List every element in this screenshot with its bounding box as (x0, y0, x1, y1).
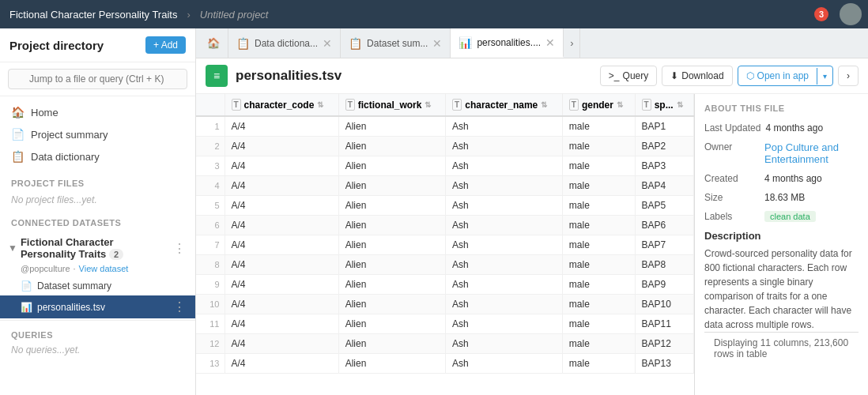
cell-character-name: Ash (446, 156, 563, 176)
cell-gender: male (562, 295, 635, 314)
nav-section: 🏠 Home 📄 Project summary 📋 Data dictiona… (0, 96, 195, 172)
cell-sp: BAP4 (635, 176, 693, 196)
sidebar-file-dataset-summary[interactable]: 📄 Dataset summary (0, 276, 195, 295)
dataset-group-header[interactable]: ▼ Fictional Character Personality Traits… (0, 232, 195, 264)
chevron-down-icon: ▼ (8, 243, 17, 254)
sort-icon-3[interactable]: ⇅ (541, 100, 547, 109)
no-project-files: No project files...yet. (0, 191, 195, 212)
sort-icon-4[interactable]: ⇅ (617, 100, 623, 109)
sort-icon-1[interactable]: ⇅ (317, 100, 323, 109)
tab-overflow-button[interactable]: › (564, 28, 580, 58)
created-label: Created (704, 173, 760, 184)
meta-owner: Owner Pop Culture and Entertainment (704, 141, 859, 165)
cell-character-code: A/4 (225, 354, 338, 374)
top-nav: Fictional Character Personality Traits ›… (0, 0, 868, 28)
tab-data-dictionary[interactable]: 📋 Data dictiona... ✕ (228, 28, 341, 58)
cell-gender: male (562, 156, 635, 176)
open-in-app-group: ⬡ Open in app ▾ (738, 66, 833, 86)
row-number: 3 (196, 156, 225, 176)
cell-character-code: A/4 (225, 275, 338, 295)
dataset-group: ▼ Fictional Character Personality Traits… (0, 231, 195, 320)
table-row: 7 A/4 Alien Ash male BAP7 (196, 235, 694, 255)
file-doc-icon: 📄 (21, 280, 32, 292)
sidebar-file-personalities-tsv[interactable]: 📊 personalities.tsv ⋮ (0, 295, 195, 318)
cell-character-code: A/4 (225, 314, 338, 334)
file-type-icon: ≡ (206, 65, 228, 87)
size-value: 18.63 MB (764, 192, 805, 203)
more-options-button[interactable]: › (838, 66, 859, 86)
toolbar-actions: >_ Query ⬇ Download ⬡ Open in app ▾ › (600, 66, 859, 86)
download-icon: ⬇ (670, 70, 678, 81)
col-type-icon-2: T (345, 99, 355, 111)
tab-dataset-summary-label: Dataset sum... (367, 38, 428, 49)
created-value: 4 months ago (764, 173, 822, 184)
tab-personalities-tsv[interactable]: 📊 personalities.... ✕ (451, 28, 564, 58)
home-icon: 🏠 (11, 106, 25, 118)
main-content: 🏠 📋 Data dictiona... ✕ 📋 Dataset sum... … (196, 28, 868, 395)
query-button[interactable]: >_ Query (600, 66, 657, 86)
dataset-options-button[interactable]: ⋮ (172, 241, 187, 256)
dict-icon: 📋 (11, 150, 25, 163)
cell-character-name: Ash (446, 354, 563, 374)
col-header-sp[interactable]: T sp... ⇅ (635, 94, 693, 116)
file-name: personalities.tsv (236, 68, 592, 84)
cell-character-code: A/4 (225, 295, 338, 314)
owner-value[interactable]: Pop Culture and Entertainment (764, 141, 859, 165)
cell-gender: male (562, 314, 635, 334)
tab-data-dictionary-label: Data dictiona... (255, 38, 318, 49)
col-header-character-code[interactable]: T character_code ⇅ (225, 94, 338, 116)
view-dataset-link[interactable]: View dataset (79, 264, 129, 273)
sort-icon-2[interactable]: ⇅ (425, 100, 431, 109)
search-input[interactable] (8, 69, 187, 89)
chevron-right-icon: › (570, 37, 573, 49)
sidebar-item-home-label: Home (31, 107, 58, 118)
queries-label: QUERIES (0, 324, 195, 341)
tab-close-data-dictionary[interactable]: ✕ (323, 37, 332, 50)
notification-badge[interactable]: 3 (814, 7, 828, 21)
open-in-app-button[interactable]: ⬡ Open in app (738, 66, 817, 85)
row-number: 6 (196, 216, 225, 235)
cell-character-code: A/4 (225, 116, 338, 137)
open-in-app-dropdown[interactable]: ▾ (817, 68, 832, 85)
query-icon: >_ (609, 70, 620, 81)
tab-close-personalities[interactable]: ✕ (545, 36, 555, 49)
meta-last-updated: Last Updated 4 months ago (704, 122, 859, 134)
cell-sp: BAP1 (635, 116, 693, 137)
tab-home-button[interactable]: 🏠 (199, 28, 228, 58)
cell-character-name: Ash (446, 295, 563, 314)
file-options-button[interactable]: ⋮ (172, 299, 187, 314)
col-type-icon-1: T (232, 99, 241, 111)
cell-fictional-work: Alien (338, 156, 445, 176)
doc-icon: 📄 (11, 128, 25, 141)
sidebar-item-project-summary[interactable]: 📄 Project summary (0, 123, 195, 145)
cell-sp: BAP12 (635, 334, 693, 354)
cell-character-name: Ash (446, 275, 563, 295)
app-body: Project directory + Add 🔍 🏠 Home 📄 Proje… (0, 28, 868, 395)
tab-dataset-summary[interactable]: 📋 Dataset sum... ✕ (341, 28, 451, 58)
row-number: 11 (196, 314, 225, 334)
sidebar-item-home[interactable]: 🏠 Home (0, 101, 195, 123)
col-header-fictional-work[interactable]: T fictional_work ⇅ (338, 94, 445, 116)
cell-gender: male (562, 116, 635, 137)
meta-size: Size 18.63 MB (704, 192, 859, 203)
nav-project-subtitle: Untitled project (200, 9, 269, 21)
table-row: 13 A/4 Alien Ash male BAP13 (196, 354, 694, 374)
col-header-gender[interactable]: T gender ⇅ (562, 94, 635, 116)
cell-character-name: Ash (446, 314, 563, 334)
tab-close-dataset-summary[interactable]: ✕ (432, 37, 442, 50)
sort-icon-5[interactable]: ⇅ (677, 100, 683, 109)
sidebar-title: Project directory (9, 39, 104, 52)
cell-fictional-work: Alien (338, 196, 445, 216)
cell-character-name: Ash (446, 137, 563, 156)
col-header-character-name[interactable]: T character_name ⇅ (446, 94, 563, 116)
cell-gender: male (562, 354, 635, 374)
nav-separator: › (187, 9, 190, 21)
row-number: 2 (196, 137, 225, 156)
user-avatar[interactable] (840, 3, 862, 25)
download-button[interactable]: ⬇ Download (662, 66, 732, 86)
table-and-sidebar: T character_code ⇅ T fictional_work ⇅ (196, 94, 868, 395)
add-button[interactable]: + Add (145, 36, 186, 54)
last-updated-value: 4 months ago (765, 122, 823, 134)
row-number: 10 (196, 295, 225, 314)
sidebar-item-data-dictionary[interactable]: 📋 Data dictionary (0, 145, 195, 167)
